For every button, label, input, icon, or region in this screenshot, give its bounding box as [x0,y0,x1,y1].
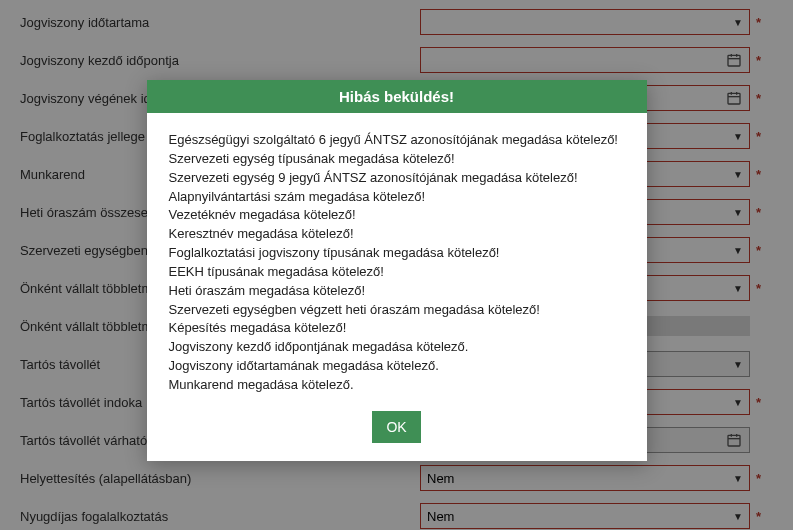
modal-body: Egészségügyi szolgáltató 6 jegyű ÁNTSZ a… [147,113,647,405]
error-message: Heti óraszám megadása kötelező! [169,282,625,301]
error-message: Szervezeti egységben végzett heti óraszá… [169,301,625,320]
modal-overlay: Hibás beküldés! Egészségügyi szolgáltató… [0,0,793,530]
error-message: Alapnyilvántartási szám megadása kötelez… [169,188,625,207]
error-message: Jogviszony kezdő időpontjának megadása k… [169,338,625,357]
error-message: EEKH típusának megadása kötelező! [169,263,625,282]
modal-title: Hibás beküldés! [147,80,647,113]
error-message: Képesítés megadása kötelező! [169,319,625,338]
modal-footer: OK [147,405,647,461]
error-message: Jogviszony időtartamának megadása kötele… [169,357,625,376]
error-message: Munkarend megadása kötelező. [169,376,625,395]
error-message: Keresztnév megadása kötelező! [169,225,625,244]
error-message: Szervezeti egység 9 jegyű ÁNTSZ azonosít… [169,169,625,188]
error-modal: Hibás beküldés! Egészségügyi szolgáltató… [147,80,647,461]
error-message: Foglalkoztatási jogviszony típusának meg… [169,244,625,263]
error-message: Szervezeti egység típusának megadása köt… [169,150,625,169]
error-message: Vezetéknév megadása kötelező! [169,206,625,225]
error-message: Egészségügyi szolgáltató 6 jegyű ÁNTSZ a… [169,131,625,150]
ok-button[interactable]: OK [372,411,420,443]
